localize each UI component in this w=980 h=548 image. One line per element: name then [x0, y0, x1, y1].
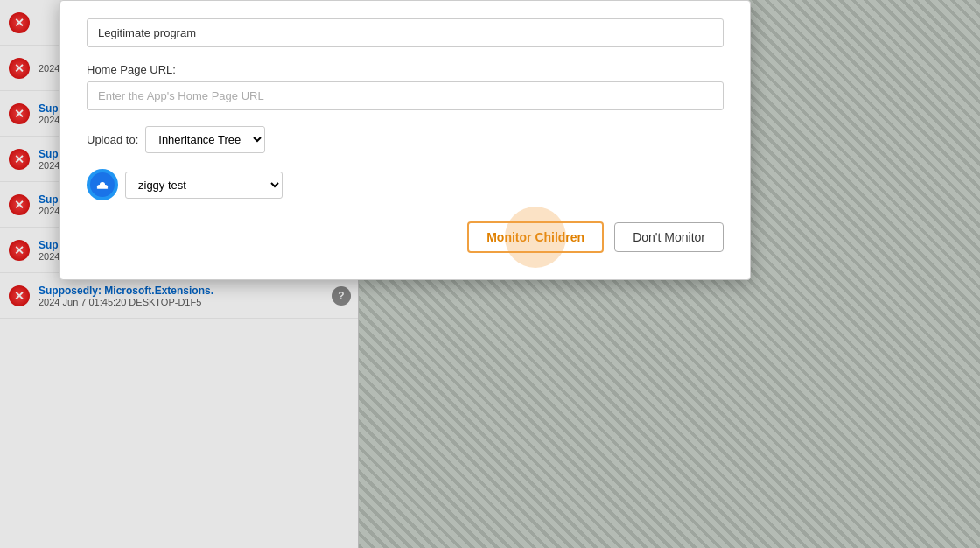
dont-monitor-button[interactable]: Don't Monitor: [614, 222, 724, 252]
account-select[interactable]: ziggy test: [125, 172, 283, 199]
modal-dialog: Home Page URL: Upload to: Inheritance Tr…: [60, 0, 751, 280]
dont-monitor-label: Don't Monitor: [633, 230, 705, 244]
svg-rect-1: [97, 187, 108, 189]
account-row: ziggy test: [87, 169, 724, 200]
cloud-avatar-icon: [90, 172, 115, 197]
name-field: [87, 18, 724, 47]
name-input[interactable]: [87, 18, 724, 47]
upload-row: Upload to: Inheritance Tree: [87, 126, 724, 153]
homepage-field: Home Page URL:: [87, 63, 724, 110]
monitor-children-label: Monitor Children: [486, 230, 584, 244]
monitor-children-button[interactable]: Monitor Children: [467, 221, 604, 253]
modal-buttons: Monitor Children Don't Monitor: [87, 221, 724, 253]
upload-label: Upload to:: [87, 133, 138, 146]
homepage-label: Home Page URL:: [87, 63, 724, 76]
homepage-input[interactable]: [87, 81, 724, 110]
account-avatar: [87, 169, 118, 200]
upload-select[interactable]: Inheritance Tree: [145, 126, 265, 153]
